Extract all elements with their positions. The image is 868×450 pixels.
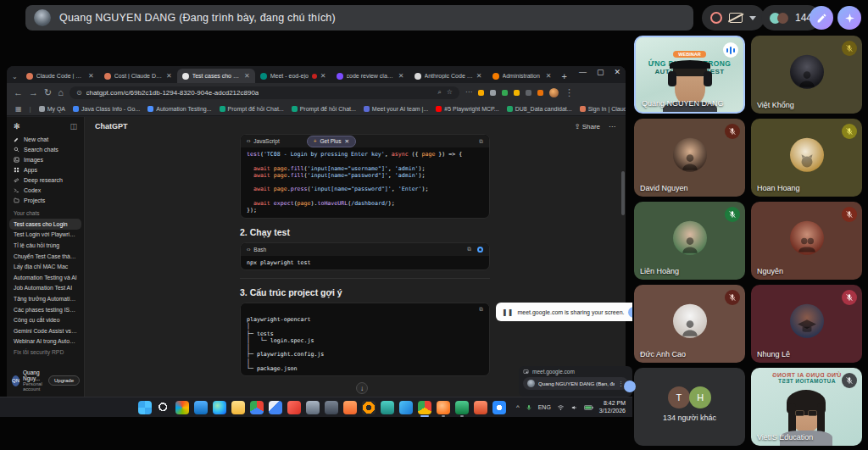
chat-history-item[interactable]: Test cases cho Login [9, 219, 81, 230]
bookmark-item[interactable]: Prompt để hỏi Chat... [292, 106, 356, 112]
participant-tile[interactable]: Hoan Hoang [751, 119, 862, 197]
sidebar-item-projects[interactable]: Projects [7, 195, 84, 205]
browser-tab[interactable]: Administration✕ [487, 69, 557, 83]
chat-history-item[interactable]: Gemini Code Assist vs Vibe ... [7, 325, 84, 336]
taskbar-icon-file-explorer[interactable] [231, 401, 245, 414]
sidebar-collapse-icon[interactable]: ◫ [70, 122, 77, 131]
tray-mic-icon[interactable] [526, 404, 532, 411]
page-title[interactable]: ChatGPT [95, 122, 128, 131]
taskbar-icon-vscode[interactable] [399, 401, 413, 414]
extension-icon[interactable] [478, 90, 484, 96]
sidebar-item-search-chats[interactable]: Search chats [7, 144, 84, 154]
chat-history-item[interactable]: Các phases testing ISTQB [7, 304, 84, 315]
taskbar-icon-start[interactable] [138, 401, 152, 414]
browser-menu-icon[interactable]: ⋮ [565, 88, 574, 97]
extension-icon[interactable] [526, 90, 531, 96]
sidebar-item-images[interactable]: Images [7, 154, 84, 164]
taskbar-icon-app-red-grid[interactable] [287, 401, 301, 414]
annotate-button[interactable] [810, 6, 833, 30]
reload-button[interactable]: ↻ [44, 88, 52, 97]
site-settings-icon[interactable]: ⊙ [76, 89, 82, 97]
taskbar-icon-remote-desktop[interactable] [306, 401, 320, 414]
language-indicator[interactable]: ENG [538, 404, 551, 410]
taskbar-icon-firefox[interactable] [362, 401, 376, 414]
bookmark-item[interactable]: #5 Playwright MCP... [436, 106, 498, 112]
browser-tab[interactable]: Anthropic Code Rev✕ [409, 69, 487, 83]
gemini-button[interactable] [837, 6, 861, 30]
taskbar-icon-store[interactable] [194, 401, 208, 414]
tab-close-icon[interactable]: ✕ [398, 72, 404, 80]
extension-icon[interactable] [502, 90, 508, 96]
close-icon[interactable]: ✕ [344, 138, 348, 145]
participant-tile-vietis[interactable]: ỨNG DỤNG AI TRONG AUTOMATION TEST VietIS… [751, 368, 862, 446]
taskbar-icon-mail[interactable] [381, 401, 394, 414]
tab-close-icon[interactable]: ✕ [166, 72, 172, 80]
chat-history-item[interactable]: Fix lỗi security RPD [7, 347, 84, 358]
participant-tile[interactable]: Việt Khổng [751, 36, 862, 114]
battery-icon[interactable] [584, 404, 593, 411]
home-button[interactable]: ⌂ [58, 88, 64, 97]
volume-icon[interactable] [570, 404, 578, 411]
extension-icon[interactable] [514, 90, 520, 96]
browser-profile-avatar[interactable] [549, 88, 559, 97]
bookmark-item[interactable]: My QA [39, 106, 65, 112]
pip-speaker-pill[interactable]: Quang NGUYEN DANG (Bạn, đang t... ⋮ [523, 377, 628, 390]
overflow-participants-tile[interactable]: T H 134 người khác [634, 368, 745, 446]
chat-history-item[interactable]: Job Automation Test AI [7, 283, 84, 294]
account-row[interactable]: QN Quang Nguy... Personal account Upgrad… [7, 366, 85, 395]
search-icon[interactable]: ⌕ [437, 88, 441, 97]
copy-code-icon[interactable]: ⧉ [479, 138, 483, 145]
participant-tile[interactable]: Đức Anh Cao [634, 285, 745, 363]
scrollbar[interactable] [621, 169, 625, 398]
wifi-icon[interactable] [557, 404, 565, 411]
browser-tab[interactable]: Claude Code | Claud✕ [21, 69, 99, 83]
extension-icon[interactable] [490, 90, 496, 96]
taskbar-icon-copilot[interactable] [175, 401, 189, 414]
taskbar-icon-maps[interactable] [269, 401, 282, 414]
browser-tab[interactable]: code review claude✕ [331, 69, 409, 83]
pip-action-button[interactable] [624, 381, 636, 392]
sidebar-item-apps[interactable]: Apps [7, 164, 84, 175]
more-options-icon[interactable]: ⋮ [618, 381, 624, 387]
stop-sharing-button[interactable]: Stop sharing [628, 307, 632, 318]
window-minimize-button[interactable]: — [579, 68, 587, 76]
copy-code-icon[interactable]: ⧉ [479, 306, 483, 313]
upgrade-button[interactable]: Upgrade [48, 375, 80, 386]
chatgpt-logo-icon[interactable]: ✻ [14, 122, 20, 131]
bookmark-item[interactable]: DU8_Data candidat... [507, 106, 572, 112]
meet-pip-window[interactable]: meet.google.com Quang NGUYEN DANG (Bạn, … [519, 366, 632, 397]
participant-tile[interactable]: Liên Hoàng [634, 202, 745, 280]
extension-icon[interactable] [537, 90, 543, 96]
participant-tile[interactable]: Nguyên [751, 202, 862, 280]
participant-tile[interactable]: Nhung Lê [751, 285, 862, 363]
browser-tab-active[interactable]: Test cases cho Login✕ [177, 69, 255, 83]
more-options-icon[interactable]: ⋯ [609, 123, 615, 131]
bookmark-item[interactable]: Meet your AI team |... [364, 106, 428, 112]
tab-close-icon[interactable]: ✕ [244, 72, 250, 80]
taskbar-icon-xampp[interactable] [437, 401, 450, 414]
back-button[interactable]: ← [14, 88, 23, 97]
tray-expand-icon[interactable]: ^ [516, 403, 520, 411]
get-plus-promo[interactable]: +Get Plus✕ [307, 136, 356, 147]
taskbar-icon-zoom[interactable] [492, 401, 506, 414]
extensions-menu-icon[interactable]: ⋯ [465, 89, 472, 96]
window-maximize-button[interactable]: ▢ [597, 68, 604, 76]
bookmark-item[interactable]: Prompt để hỏi Chat... [220, 106, 284, 112]
forward-button[interactable]: → [29, 88, 38, 97]
taskbar-icon-search[interactable] [157, 401, 170, 414]
address-bar[interactable]: ⊙ chatgpt.com/c/69b2c1db-1294-8320-904e-… [70, 86, 459, 99]
bookmark-star-icon[interactable]: ☆ [447, 88, 453, 97]
participant-tile[interactable]: David Nguyen [634, 119, 745, 197]
sidebar-item-codex[interactable]: Codex [7, 185, 84, 195]
scrollbar-thumb[interactable] [621, 171, 625, 215]
chat-history-item[interactable]: Công cụ cắt video [7, 314, 84, 325]
participant-tile-quang[interactable]: WEBINAR ỨNG DỤNG AI TRONG AUTOMATION TES… [634, 36, 745, 114]
share-button[interactable]: ⇪ Share [575, 123, 600, 131]
copy-code-icon[interactable]: ⧉ [467, 246, 471, 253]
bookmark-item[interactable]: Sign In | Claude Dev... [580, 106, 626, 112]
browser-tab[interactable]: Cost | Claude Develo✕ [99, 69, 177, 83]
chat-history-item[interactable]: Tỉ lệ câu hỏi trùng [7, 240, 84, 251]
chat-history-item[interactable]: Automation Testing và AI [7, 272, 84, 283]
tab-close-icon[interactable]: ✕ [88, 72, 94, 80]
taskbar-icon-chrome-profile[interactable] [418, 401, 431, 414]
